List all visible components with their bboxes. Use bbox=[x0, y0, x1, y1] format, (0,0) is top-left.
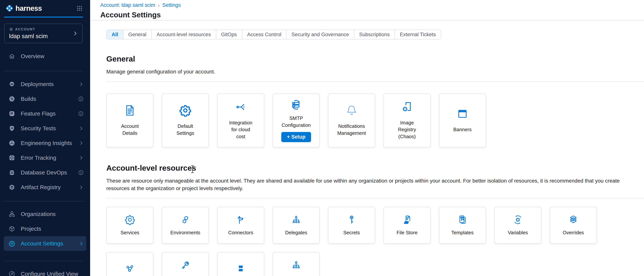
card-environments[interactable]: Environments bbox=[162, 207, 209, 244]
freeze-windows-icon bbox=[236, 263, 246, 274]
tab-external-tickets[interactable]: External Tickets bbox=[395, 30, 441, 39]
info-icon[interactable] bbox=[78, 111, 84, 116]
image-registry-icon bbox=[401, 101, 413, 113]
tab-access-control[interactable]: Access Control bbox=[242, 30, 287, 39]
tab-account-level-resources[interactable]: Account-level resources bbox=[152, 30, 216, 39]
webhooks-icon bbox=[124, 263, 135, 274]
feature-key-icon bbox=[180, 260, 190, 270]
variables-icon bbox=[512, 214, 523, 225]
card-label: Default Settings bbox=[169, 123, 202, 136]
harness-app: harness ACCOUNT bbox=[0, 0, 644, 276]
card-default-settings[interactable]: Default Settings bbox=[162, 93, 209, 148]
card-connectors[interactable]: Connectors bbox=[217, 207, 264, 244]
sidebar-item-label: Artifact Registry bbox=[21, 184, 61, 191]
sidebar-divider bbox=[4, 261, 83, 261]
sidebar-item-label: Configure Unified View bbox=[21, 271, 78, 276]
database-devops-icon bbox=[9, 169, 15, 176]
error-tracking-icon bbox=[9, 155, 15, 161]
card-label: Overrides bbox=[563, 229, 584, 236]
card-notifications-management[interactable]: Notifications Management bbox=[328, 93, 375, 148]
card-image-registry-chaos[interactable]: Image Registry (Chaos) bbox=[384, 93, 430, 148]
card-smtp-configuration[interactable]: SMTP Configuration + Setup bbox=[272, 93, 320, 148]
card-feature[interactable]: Feature bbox=[162, 252, 209, 276]
sidebar-item-projects[interactable]: Projects bbox=[0, 221, 90, 236]
integration-cloud-cost-icon bbox=[234, 101, 247, 113]
tab-security-and-governance[interactable]: Security and Governance bbox=[286, 30, 354, 39]
nav-accent-divider bbox=[4, 17, 83, 18]
info-icon[interactable] bbox=[78, 170, 84, 175]
sidebar-item-configure-unified-view[interactable]: Configure Unified View bbox=[0, 266, 90, 276]
feature-flags-icon bbox=[9, 110, 15, 117]
overrides-icon bbox=[568, 214, 578, 225]
section-title-general: General bbox=[106, 40, 644, 63]
card-freeze-windows[interactable] bbox=[217, 252, 264, 276]
layers-icon bbox=[9, 27, 13, 31]
section-description: Manage general configuration of your acc… bbox=[106, 68, 644, 76]
sidebar-item-artifact-registry[interactable]: Artifact Registry bbox=[0, 180, 90, 195]
sidebar-item-error-tracking[interactable]: Error Tracking bbox=[0, 151, 90, 165]
card-account-details[interactable]: Account Details bbox=[106, 93, 154, 148]
page-header: Account: ldap saml scim › Settings Accou… bbox=[90, 0, 644, 20]
card-label: SMTP Configuration bbox=[280, 115, 312, 128]
sidebar-item-label: Engineering Insights bbox=[21, 140, 72, 146]
card-webhooks[interactable] bbox=[106, 252, 154, 276]
account-name: ldap saml scim bbox=[9, 33, 48, 40]
card-services[interactable]: Services bbox=[106, 207, 154, 244]
card-variables[interactable]: Variables bbox=[494, 207, 542, 244]
breadcrumb-settings-link[interactable]: Settings bbox=[162, 2, 181, 8]
sidebar-item-label: Builds bbox=[21, 96, 36, 102]
breadcrumb-separator: › bbox=[158, 3, 160, 8]
card-file-store[interactable]: File Store bbox=[384, 207, 430, 244]
hierarchy-icon bbox=[291, 260, 302, 270]
card-integration-for-cloud-cost[interactable]: Integration for cloud cost bbox=[217, 93, 264, 148]
engineering-insights-icon bbox=[9, 140, 15, 146]
tab-subscriptions[interactable]: Subscriptions bbox=[354, 30, 395, 39]
security-tests-icon bbox=[9, 125, 15, 131]
info-icon[interactable] bbox=[78, 96, 84, 102]
smtp-setup-button[interactable]: + Setup bbox=[281, 132, 311, 142]
sidebar-item-database-devops[interactable]: Database DevOps bbox=[0, 165, 90, 180]
card-label: Notifications Management bbox=[336, 123, 368, 136]
account-selector[interactable]: ACCOUNT ldap saml scim bbox=[4, 24, 82, 43]
card-label: Services bbox=[120, 229, 139, 236]
sidebar-item-organizations[interactable]: Organizations bbox=[0, 207, 90, 221]
resource-cards-overflow: Feature bbox=[106, 252, 644, 276]
sidebar-item-label: Database DevOps bbox=[21, 169, 67, 176]
card-banners[interactable]: Banners bbox=[439, 93, 486, 148]
secrets-key-icon bbox=[346, 214, 357, 225]
sidebar-item-deployments[interactable]: Deployments bbox=[0, 77, 90, 92]
card-delegates[interactable]: Delegates bbox=[272, 207, 320, 244]
tab-gitops[interactable]: GitOps bbox=[216, 30, 242, 39]
sidebar-item-engineering-insights[interactable]: Engineering Insights bbox=[0, 136, 90, 151]
sidebar: harness ACCOUNT bbox=[0, 0, 90, 276]
card-label: Environments bbox=[170, 229, 200, 236]
app-grid-icon[interactable] bbox=[76, 5, 83, 12]
sidebar-item-overview[interactable]: Overview bbox=[0, 49, 90, 64]
sidebar-divider bbox=[4, 201, 83, 201]
tab-general[interactable]: General bbox=[124, 30, 152, 39]
breadcrumb-account-link[interactable]: Account: ldap saml scim bbox=[100, 2, 155, 8]
sidebar-item-label: Organizations bbox=[21, 211, 56, 217]
card-templates[interactable]: Templates bbox=[439, 207, 486, 244]
sidebar-divider bbox=[4, 71, 83, 71]
resource-cards: Services Environments bbox=[106, 207, 644, 244]
sidebar-item-account-settings[interactable]: Account Settings bbox=[4, 236, 86, 251]
sidebar-item-builds[interactable]: Builds bbox=[0, 92, 90, 106]
card-label: Connectors bbox=[228, 229, 254, 236]
card-label: Secrets bbox=[343, 229, 360, 236]
card-overrides[interactable]: Overrides bbox=[550, 207, 597, 244]
delegates-icon bbox=[291, 214, 302, 225]
sidebar-item-label: Account Settings bbox=[21, 240, 63, 247]
sidebar-item-label: Overview bbox=[21, 53, 44, 59]
general-cards: Account Details Default Settings bbox=[106, 93, 644, 148]
home-icon bbox=[9, 53, 15, 59]
connectors-icon bbox=[236, 214, 246, 225]
sidebar-item-feature-flags[interactable]: Feature Flags bbox=[0, 106, 90, 121]
sidebar-item-label: Error Tracking bbox=[21, 155, 56, 161]
chevron-right-icon bbox=[72, 31, 78, 36]
chevron-right-icon bbox=[79, 185, 84, 190]
card-ddop[interactable]: DDOP bbox=[272, 252, 320, 276]
sidebar-item-security-tests[interactable]: Security Tests bbox=[0, 121, 90, 136]
tab-all[interactable]: All bbox=[107, 30, 124, 39]
card-secrets[interactable]: Secrets bbox=[328, 207, 375, 244]
